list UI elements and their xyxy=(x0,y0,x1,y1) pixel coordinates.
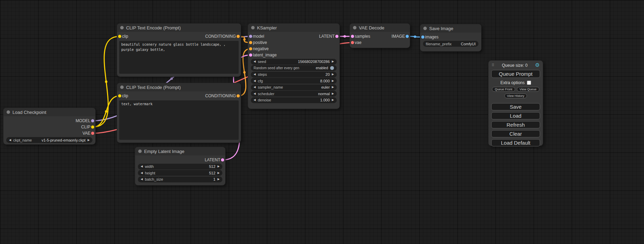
node-graph-canvas[interactable]: Load Checkpoint MODEL CLIP VAE ◀ ckpt_na… xyxy=(0,0,644,244)
output-dot-latent[interactable] xyxy=(335,35,338,38)
refresh-button[interactable]: Refresh xyxy=(491,121,540,128)
queue-prompt-button[interactable]: Queue Prompt xyxy=(491,70,540,78)
drag-handle-icon[interactable]: ⠿ xyxy=(492,63,494,67)
node-title-bar[interactable]: KSampler xyxy=(248,24,339,32)
input-label-vae: vae xyxy=(355,40,361,45)
input-label-images: images xyxy=(425,35,439,39)
collapse-dot-icon[interactable] xyxy=(423,27,427,30)
collapse-dot-icon[interactable] xyxy=(120,85,124,89)
input-dot-samples[interactable] xyxy=(351,35,354,38)
input-dot-vae[interactable] xyxy=(351,41,354,44)
left-arrow-icon[interactable]: ◀ xyxy=(254,80,256,82)
node-title-bar[interactable]: CLIP Text Encode (Prompt) xyxy=(117,83,241,91)
input-dot-images[interactable] xyxy=(421,36,424,39)
widget-steps[interactable]: ◀ steps 20 ▶ xyxy=(251,72,337,78)
node-clip-text-encode-positive[interactable]: CLIP Text Encode (Prompt) clip CONDITION… xyxy=(117,24,241,76)
node-title: CLIP Text Encode (Prompt) xyxy=(126,25,181,30)
left-arrow-icon[interactable]: ◀ xyxy=(254,99,256,101)
node-title-bar[interactable]: Save Image xyxy=(420,24,481,33)
node-clip-text-encode-negative[interactable]: CLIP Text Encode (Prompt) clip CONDITION… xyxy=(117,83,241,143)
right-arrow-icon[interactable]: ▶ xyxy=(332,60,334,63)
left-arrow-icon[interactable]: ◀ xyxy=(254,60,256,63)
node-load-checkpoint[interactable]: Load Checkpoint MODEL CLIP VAE ◀ ckpt_na… xyxy=(3,108,95,144)
widget-scheduler[interactable]: ◀ scheduler normal ▶ xyxy=(251,91,337,97)
left-arrow-icon[interactable]: ◀ xyxy=(141,172,143,174)
widget-random-seed-toggle[interactable]: Random seed after every gen enabled xyxy=(251,65,337,71)
input-dot-latent-image[interactable] xyxy=(249,54,252,57)
right-arrow-icon[interactable]: ▶ xyxy=(332,92,334,95)
load-default-button[interactable]: Load Default xyxy=(491,139,540,146)
output-dot-vae[interactable] xyxy=(91,132,94,135)
left-arrow-icon[interactable]: ◀ xyxy=(141,178,143,181)
toggle-knob[interactable] xyxy=(330,66,334,70)
left-arrow-icon[interactable]: ◀ xyxy=(254,92,256,95)
slot-row: clip CONDITIONING xyxy=(117,93,241,99)
gear-icon[interactable]: ⚙ xyxy=(535,63,540,68)
slot-row: vae xyxy=(350,39,410,46)
view-history-button[interactable]: View History xyxy=(504,93,527,98)
node-title-bar[interactable]: Load Checkpoint xyxy=(3,108,95,116)
node-title: VAE Decode xyxy=(359,25,384,30)
extra-options-checkbox[interactable] xyxy=(527,81,531,85)
node-title-bar[interactable]: CLIP Text Encode (Prompt) xyxy=(117,24,241,32)
node-title-bar[interactable]: Empty Latent Image xyxy=(135,147,225,155)
input-dot-clip[interactable] xyxy=(118,35,121,38)
input-dot-negative[interactable] xyxy=(249,47,252,51)
widget-cfg[interactable]: ◀ cfg 8.000 ▶ xyxy=(251,78,337,84)
node-save-image[interactable]: Save Image images filename_prefix ComfyU… xyxy=(420,24,481,51)
node-vae-decode[interactable]: VAE Decode samples IMAGE vae xyxy=(350,24,410,48)
output-dot-clip[interactable] xyxy=(91,126,94,129)
node-title-bar[interactable]: VAE Decode xyxy=(350,24,410,32)
input-dot-clip[interactable] xyxy=(118,94,121,98)
load-button[interactable]: Load xyxy=(491,112,540,119)
save-button[interactable]: Save xyxy=(491,103,540,110)
input-label-samples: samples xyxy=(355,34,370,39)
widget-ckpt-name[interactable]: ◀ ckpt_name v1-5-pruned-emaonly.ckpt ▶ xyxy=(6,137,92,143)
right-arrow-icon[interactable]: ▶ xyxy=(218,165,220,168)
widget-width[interactable]: ◀ width 512 ▶ xyxy=(138,164,222,170)
left-arrow-icon[interactable]: ◀ xyxy=(141,165,143,168)
widget-name: batch_size xyxy=(145,177,163,181)
right-arrow-icon[interactable]: ▶ xyxy=(332,80,334,82)
collapse-dot-icon[interactable] xyxy=(120,26,124,29)
view-queue-button[interactable]: View Queue xyxy=(517,87,539,92)
widget-denoise[interactable]: ◀ denoise 1.000 ▶ xyxy=(251,97,337,103)
wire-midpoint-dot xyxy=(344,35,346,38)
right-arrow-icon[interactable]: ▶ xyxy=(88,139,90,142)
output-dot-conditioning[interactable] xyxy=(237,35,240,38)
output-dot-image[interactable] xyxy=(406,35,409,38)
right-arrow-icon[interactable]: ▶ xyxy=(332,73,334,76)
collapse-dot-icon[interactable] xyxy=(251,26,255,29)
widget-seed[interactable]: ◀ seed 156680208700286 ▶ xyxy=(251,59,337,65)
right-arrow-icon[interactable]: ▶ xyxy=(218,172,220,174)
right-arrow-icon[interactable]: ▶ xyxy=(332,86,334,89)
collapse-dot-icon[interactable] xyxy=(353,26,356,29)
widget-filename-prefix[interactable]: filename_prefix ComfyUI xyxy=(423,41,478,47)
widget-batch-size[interactable]: ◀ batch_size 1 ▶ xyxy=(138,177,222,182)
wire-midpoint-dot xyxy=(243,38,246,41)
right-arrow-icon[interactable]: ▶ xyxy=(332,99,334,101)
node-empty-latent-image[interactable]: Empty Latent Image LATENT ◀ width 512 ▶ … xyxy=(135,147,225,185)
prompt-textarea[interactable]: text, watermark xyxy=(119,100,239,140)
right-arrow-icon[interactable]: ▶ xyxy=(218,178,220,181)
output-dot-model[interactable] xyxy=(91,119,94,123)
collapse-dot-icon[interactable] xyxy=(138,150,142,153)
output-dot-conditioning[interactable] xyxy=(237,94,240,98)
collapse-dot-icon[interactable] xyxy=(7,110,10,114)
prompt-textarea[interactable]: beautiful scenery nature glass bottle la… xyxy=(119,41,239,74)
queue-front-button[interactable]: Queue Front xyxy=(492,87,515,92)
clear-button[interactable]: Clear xyxy=(491,130,540,137)
left-arrow-icon[interactable]: ◀ xyxy=(254,86,256,89)
input-dot-positive[interactable] xyxy=(249,41,252,44)
node-ksampler[interactable]: KSampler model LATENT positive negative … xyxy=(248,24,339,109)
left-arrow-icon[interactable]: ◀ xyxy=(254,73,256,76)
widget-value: 20 xyxy=(326,72,330,76)
output-dot-latent[interactable] xyxy=(221,159,224,162)
widget-height[interactable]: ◀ height 512 ▶ xyxy=(138,170,222,176)
widget-name: ckpt_name xyxy=(13,138,32,142)
widget-value: 512 xyxy=(209,171,215,175)
queue-panel: ⠿ Queue size: 0 ⚙ Queue Prompt Extra opt… xyxy=(488,61,543,146)
left-arrow-icon[interactable]: ◀ xyxy=(9,139,11,142)
widget-sampler-name[interactable]: ◀ sampler_name euler ▶ xyxy=(251,84,337,90)
input-dot-model[interactable] xyxy=(249,35,252,38)
